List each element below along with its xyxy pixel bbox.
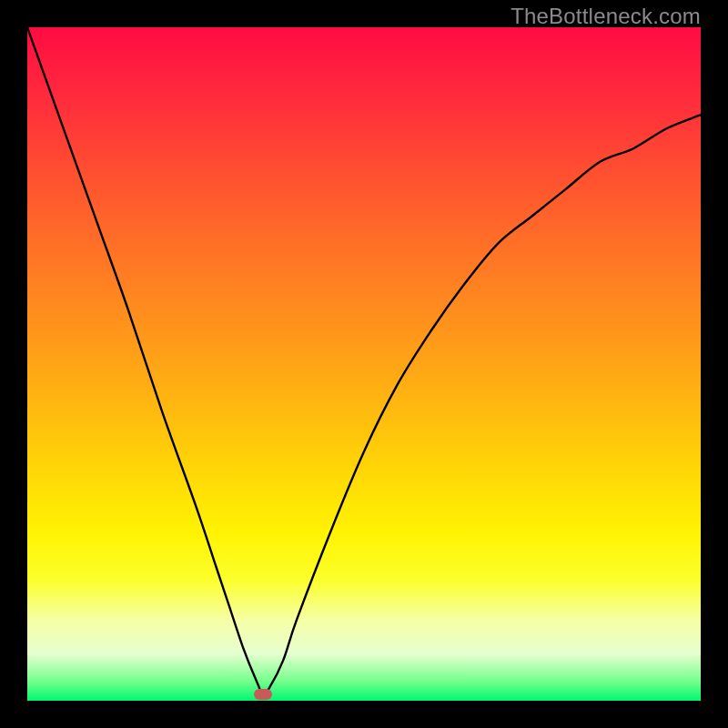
- plot-area: [27, 27, 701, 701]
- optimal-point-marker: [254, 689, 272, 700]
- chart-frame: TheBottleneck.com: [0, 0, 728, 728]
- curve-path: [27, 27, 701, 694]
- watermark-text: TheBottleneck.com: [511, 4, 701, 29]
- bottleneck-curve: [27, 27, 701, 701]
